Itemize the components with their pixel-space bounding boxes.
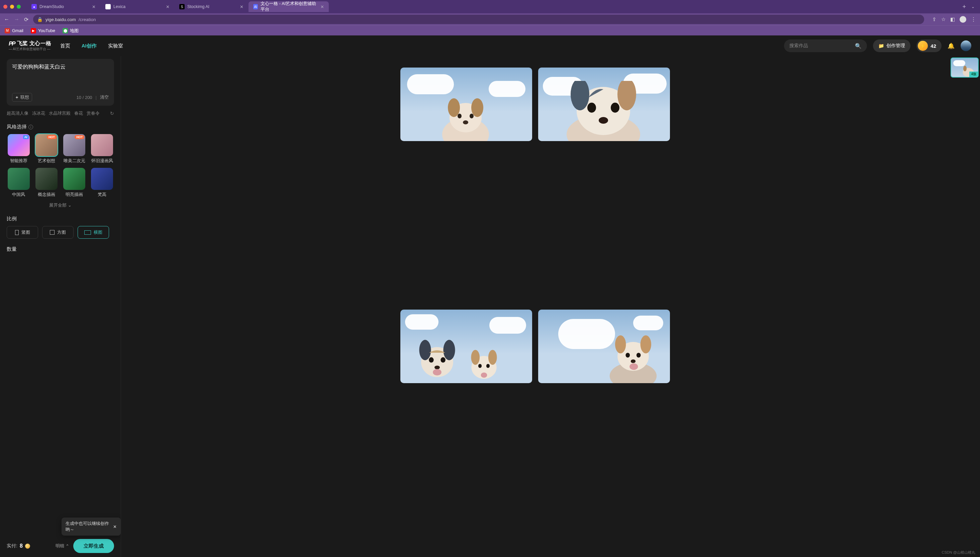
maximize-window-button[interactable] — [17, 5, 21, 9]
generated-image-1[interactable] — [400, 68, 532, 141]
bookmark-item[interactable]: ⬤地图 — [62, 28, 78, 34]
svg-point-19 — [434, 365, 440, 369]
browser-tab[interactable]: AI文心一格 - AI艺术和创意辅助平台✕ — [248, 1, 329, 12]
close-tab-button[interactable]: ✕ — [166, 4, 170, 9]
back-button[interactable]: ← — [4, 16, 9, 23]
suggestion-chip[interactable]: 春花 — [74, 110, 83, 116]
address-bar[interactable]: 🔒 yige.baidu.com/creation — [33, 15, 924, 24]
style-option[interactable]: 怀旧漫画风 — [90, 134, 114, 164]
browser-tab[interactable]: ●DreamStudio✕ — [27, 1, 100, 12]
ratio-shape-icon — [15, 230, 19, 235]
generated-image-3[interactable] — [400, 309, 532, 383]
nav-item[interactable]: 实验室 — [108, 43, 123, 49]
tab-favicon: S — [179, 4, 184, 9]
style-option[interactable]: 明亮插画 — [62, 168, 86, 198]
style-name: 明亮插画 — [65, 192, 83, 198]
svg-point-31 — [626, 353, 630, 357]
tab-overflow-icon[interactable]: ⌄ — [971, 4, 977, 9]
chevron-down-icon: ⌄ — [68, 203, 72, 208]
creation-manage-button[interactable]: 📁 创作管理 — [873, 39, 910, 52]
svg-point-15 — [419, 340, 431, 360]
share-icon[interactable]: ⇪ — [932, 16, 936, 23]
svg-point-17 — [429, 357, 434, 363]
style-option[interactable]: HOT唯美二次元 — [62, 134, 86, 164]
prompt-box: 可爱的狗狗和蓝天白云 ✦联想 10 / 200 | 清空 — [7, 59, 114, 106]
notifications-icon[interactable]: 🔔 — [947, 42, 955, 49]
prompt-textarea[interactable]: 可爱的狗狗和蓝天白云 — [12, 64, 109, 93]
svg-point-18 — [440, 357, 445, 363]
new-tab-button[interactable]: + — [960, 3, 969, 10]
associate-button[interactable]: ✦联想 — [12, 93, 32, 102]
tab-title: Lexica — [113, 4, 126, 9]
suggestion-chip[interactable]: 超高清人像 — [7, 110, 28, 116]
bookmark-icon: M — [5, 28, 10, 33]
close-tab-button[interactable]: ✕ — [92, 4, 96, 9]
bookmark-item[interactable]: ▶YouTube — [31, 28, 55, 33]
bookmark-star-icon[interactable]: ☆ — [941, 16, 946, 23]
generated-image-2[interactable] — [538, 68, 670, 141]
style-name: 中国风 — [12, 192, 25, 198]
logo[interactable]: PP飞桨 文心一格 — AI艺术和创意辅助平台 — — [9, 40, 52, 52]
close-tooltip-button[interactable]: ✕ — [113, 524, 117, 529]
style-name: 梵高 — [98, 192, 106, 198]
browser-tab-strip: ●DreamStudio✕│Lexica✕SStockimg AI✕AI文心一格… — [0, 0, 980, 13]
search-input[interactable]: 搜索作品 🔍 — [784, 39, 867, 52]
style-thumbnail — [91, 134, 113, 156]
svg-point-2 — [448, 98, 460, 117]
close-tab-button[interactable]: ✕ — [320, 4, 324, 9]
svg-point-5 — [470, 114, 474, 118]
search-placeholder: 搜索作品 — [789, 43, 808, 49]
style-option[interactable]: 中国风 — [7, 168, 31, 198]
expand-styles-button[interactable]: 展开全部 ⌄ — [7, 202, 114, 208]
lightning-icon: ⚡ — [918, 41, 928, 51]
style-option[interactable]: 概念插画 — [34, 168, 58, 198]
style-option[interactable]: HOT艺术创想 — [34, 134, 58, 164]
user-avatar[interactable] — [960, 41, 971, 51]
svg-point-4 — [458, 114, 461, 118]
clear-button[interactable]: 清空 — [100, 94, 109, 100]
history-item[interactable]: 4张 — [951, 57, 979, 78]
refresh-suggestions-icon[interactable]: ↻ — [110, 111, 114, 116]
browser-tab[interactable]: │Lexica✕ — [101, 1, 174, 12]
cost-detail-button[interactable]: 明细 ⌃ — [55, 543, 69, 549]
quantity-section-title: 数量 — [7, 246, 114, 252]
info-icon[interactable]: i — [28, 125, 33, 129]
ratio-option[interactable]: 横图 — [78, 226, 109, 239]
browser-tab[interactable]: SStockimg AI✕ — [174, 1, 248, 12]
suggestion-chip[interactable]: 冻冰花 — [32, 110, 45, 116]
svg-point-20 — [433, 369, 442, 375]
ratio-option[interactable]: 竖图 — [7, 226, 38, 239]
points-balance[interactable]: ⚡ 42 — [916, 39, 941, 52]
style-option[interactable]: 梵高 — [90, 168, 114, 198]
svg-point-23 — [488, 350, 497, 365]
sparkle-icon: ✦ — [15, 95, 19, 100]
suggestion-chip[interactable]: 赏春令 — [86, 110, 99, 116]
watermark: CSDN @山楂山楂丸 — [942, 550, 975, 555]
style-option[interactable]: AI智能推荐 — [7, 134, 31, 164]
svg-point-29 — [615, 336, 626, 353]
nav-item[interactable]: 首页 — [60, 43, 70, 49]
forward-button[interactable]: → — [14, 16, 20, 23]
search-icon: 🔍 — [855, 43, 862, 49]
close-tab-button[interactable]: ✕ — [240, 4, 243, 9]
reload-button[interactable]: ⟳ — [24, 16, 28, 23]
url-host: yige.baidu.com — [46, 17, 76, 22]
close-window-button[interactable] — [3, 5, 7, 9]
tab-title: Stockimg AI — [187, 4, 209, 9]
style-thumbnail: AI — [8, 134, 30, 156]
tab-favicon: AI — [253, 4, 258, 9]
dog-illustration — [603, 330, 663, 383]
nav-item[interactable]: AI创作 — [82, 43, 97, 49]
ratio-option[interactable]: 方图 — [42, 226, 73, 239]
kebab-menu-icon[interactable]: ⋮ — [971, 16, 976, 23]
tab-favicon: │ — [105, 4, 111, 9]
generated-image-4[interactable] — [538, 309, 670, 383]
profile-icon[interactable] — [960, 16, 966, 23]
generate-button[interactable]: 立即生成 — [73, 539, 114, 553]
bookmark-item[interactable]: MGmail — [5, 28, 23, 33]
lock-icon: 🔒 — [37, 17, 43, 22]
suggestion-chip[interactable]: 水晶球宫殿 — [49, 110, 70, 116]
side-panel-icon[interactable]: ◧ — [950, 16, 955, 23]
app-root: PP飞桨 文心一格 — AI艺术和创意辅助平台 — 首页AI创作实验室 搜索作品… — [0, 36, 980, 557]
minimize-window-button[interactable] — [10, 5, 14, 9]
